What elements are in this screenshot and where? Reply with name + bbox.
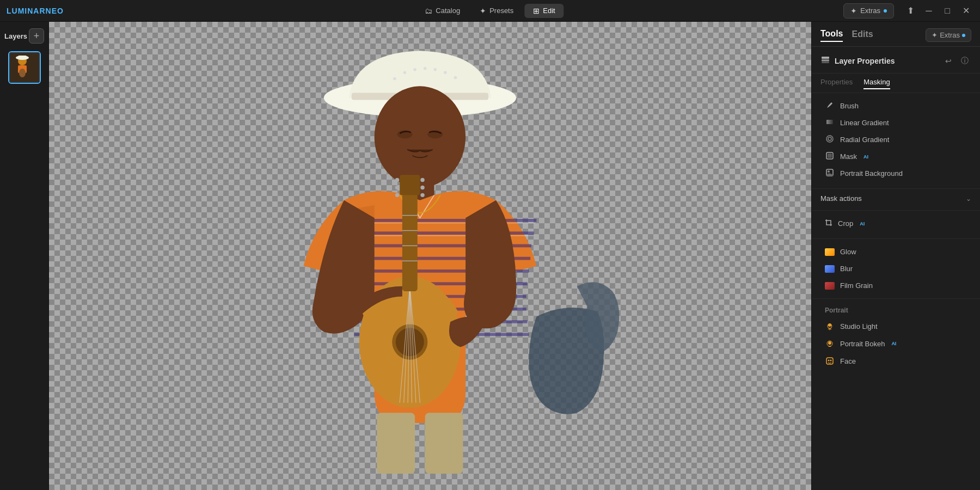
portrait-bokeh-icon — [825, 339, 835, 348]
layer-properties-actions: ↩ ⓘ — [942, 54, 971, 68]
mask-icon — [825, 152, 835, 161]
catalog-icon: 🗂 — [425, 7, 432, 15]
svg-point-35 — [395, 178, 399, 182]
mask-actions-section: Mask actions ⌄ — [812, 188, 980, 208]
svg-rect-41 — [377, 413, 415, 474]
main-layout: Layers + — [0, 22, 980, 490]
add-layer-button[interactable]: + — [29, 28, 44, 44]
subject-image — [185, 22, 675, 490]
svg-point-38 — [420, 178, 424, 182]
svg-point-9 — [403, 71, 407, 74]
share-button[interactable]: ⬆ — [903, 3, 918, 19]
portrait-face[interactable]: Face — [812, 352, 980, 370]
svg-rect-50 — [828, 154, 832, 158]
portrait-section-title: Portrait — [812, 303, 980, 317]
linear-gradient-icon — [825, 118, 835, 127]
svg-point-48 — [828, 137, 831, 140]
svg-point-5 — [19, 69, 26, 77]
layer-props-undo[interactable]: ↩ — [942, 54, 955, 68]
edit-icon: ⊞ — [533, 7, 540, 15]
tab-properties[interactable]: Properties — [820, 78, 853, 89]
portrait-bokeh[interactable]: Portrait BokehAI — [812, 335, 980, 352]
svg-point-8 — [393, 77, 396, 81]
svg-rect-46 — [826, 120, 833, 124]
mask-ai-badge: AI — [863, 154, 868, 160]
radial-gradient-icon — [825, 135, 835, 144]
layers-panel: Layers + — [0, 22, 49, 490]
extras-icon: ✦ — [850, 7, 857, 15]
svg-point-56 — [828, 341, 831, 345]
extras-button[interactable]: ✦ Extras — [843, 3, 894, 19]
tab-edits[interactable]: Edits — [852, 29, 873, 41]
studio-light-icon — [825, 322, 835, 330]
window-controls: ⬆ ─ □ ✕ — [903, 3, 973, 19]
glow-icon — [825, 248, 835, 256]
svg-rect-43 — [822, 57, 829, 59]
mask-tool-portrait-background[interactable]: Portrait Background — [812, 165, 980, 182]
portrait-section: Portrait Studio Light — [812, 301, 980, 372]
svg-point-59 — [828, 360, 830, 362]
svg-rect-34 — [400, 175, 420, 195]
effect-glow[interactable]: Glow — [812, 243, 980, 260]
portrait-studio-light[interactable]: Studio Light — [812, 317, 980, 335]
nav-edit[interactable]: ⊞ Edit — [524, 4, 564, 18]
film-grain-icon — [825, 282, 835, 290]
mask-tool-radial-gradient[interactable]: Radial Gradient — [812, 131, 980, 148]
layer-props-icon — [820, 56, 830, 66]
extras-badge — [962, 34, 965, 37]
svg-point-52 — [828, 170, 830, 173]
nav-presets[interactable]: ✦ Presets — [471, 4, 522, 18]
svg-point-12 — [434, 68, 437, 71]
minimize-button[interactable]: ─ — [921, 3, 936, 19]
layer-properties-section: Layer Properties ↩ ⓘ Properties Masking — [812, 47, 980, 372]
tab-masking[interactable]: Masking — [863, 78, 890, 89]
svg-point-14 — [454, 76, 457, 79]
svg-point-55 — [829, 329, 831, 330]
layer-properties-header: Layer Properties ↩ ⓘ — [812, 47, 980, 74]
svg-rect-44 — [822, 59, 829, 62]
svg-point-22 — [396, 328, 424, 356]
svg-point-40 — [420, 193, 424, 197]
presets-icon: ✦ — [480, 7, 486, 15]
mask-tool-mask-ai[interactable]: MaskAI — [812, 148, 980, 165]
layers-header: Layers + — [0, 22, 48, 48]
tab-tools[interactable]: Tools — [820, 29, 843, 42]
canvas-area[interactable] — [49, 22, 811, 490]
maximize-button[interactable]: □ — [940, 3, 955, 19]
app-logo: LUMINARNEO — [7, 7, 64, 15]
titlebar: LUMINARNEO 🗂 Catalog ✦ Presets ⊞ Edit ✦ … — [0, 0, 980, 22]
mask-actions-header[interactable]: Mask actions ⌄ — [812, 189, 980, 208]
nav-catalog[interactable]: 🗂 Catalog — [416, 4, 469, 18]
extras-panel-button[interactable]: ✦ Extras — [926, 28, 971, 42]
mask-tool-linear-gradient[interactable]: Linear Gradient — [812, 114, 980, 131]
effect-blur[interactable]: Blur — [812, 260, 980, 277]
svg-point-15 — [375, 86, 465, 187]
effect-film-grain[interactable]: Film Grain — [812, 277, 980, 294]
person-svg — [240, 38, 621, 474]
blur-icon — [825, 265, 835, 273]
svg-point-11 — [424, 67, 427, 70]
crop-ai-badge: AI — [860, 221, 865, 226]
tools-edits-tabs: Tools Edits ✦ Extras — [812, 22, 980, 47]
brush-icon — [825, 101, 835, 111]
portrait-bokeh-ai-badge: AI — [891, 341, 896, 346]
section-divider-2 — [812, 298, 980, 299]
svg-rect-45 — [822, 62, 829, 63]
layer-props-info[interactable]: ⓘ — [958, 54, 971, 68]
layer-thumbnail — [9, 52, 40, 83]
titlebar-left: LUMINARNEO — [7, 7, 64, 15]
titlebar-right: ✦ Extras ⬆ ─ □ ✕ — [843, 3, 973, 19]
svg-point-37 — [395, 193, 399, 197]
layer-thumb-1[interactable] — [8, 51, 41, 84]
svg-point-36 — [395, 186, 399, 189]
mask-actions-title: Mask actions — [820, 194, 961, 203]
section-divider-1 — [812, 238, 980, 239]
crop-item[interactable]: CropAI — [812, 215, 980, 232]
mask-actions-chevron: ⌄ — [966, 195, 971, 203]
masking-tools: Brush Linear Gradient — [812, 93, 980, 186]
titlebar-nav: 🗂 Catalog ✦ Presets ⊞ Edit — [416, 4, 564, 18]
mask-tool-brush[interactable]: Brush — [812, 97, 980, 114]
close-button[interactable]: ✕ — [958, 3, 973, 19]
svg-point-60 — [830, 360, 832, 362]
layers-title: Layers — [4, 32, 27, 40]
